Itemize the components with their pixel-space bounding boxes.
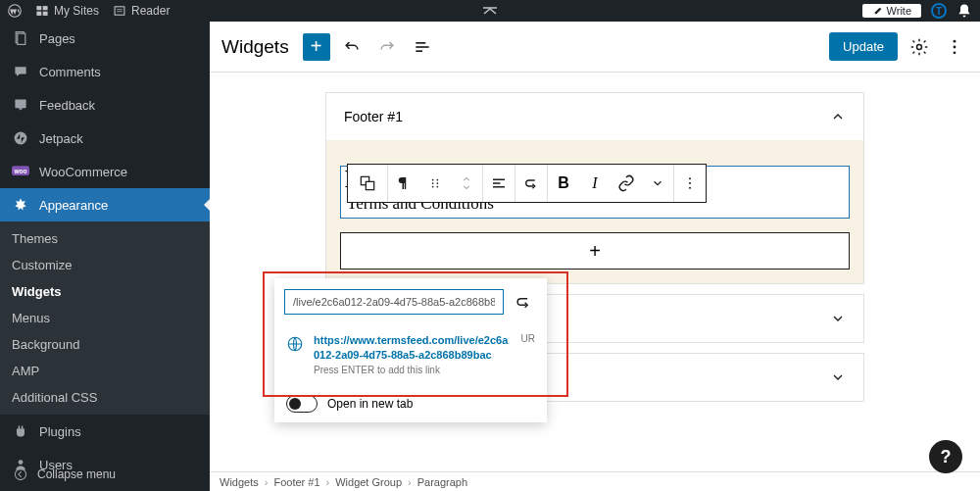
comments-icon — [12, 63, 29, 80]
write-button[interactable]: Write — [862, 4, 921, 18]
append-block-button[interactable]: + — [340, 232, 850, 270]
submenu-customize[interactable]: Customize — [0, 252, 210, 278]
new-tab-toggle[interactable] — [286, 395, 318, 413]
svg-rect-23 — [416, 42, 425, 44]
woocommerce-icon: woo — [12, 163, 29, 180]
collapse-icon — [12, 466, 29, 483]
more-options-button[interactable] — [941, 33, 968, 61]
menu-jetpack[interactable]: Jetpack — [0, 122, 210, 155]
block-toolbar: B I — [347, 164, 707, 203]
menu-label: Jetpack — [39, 131, 83, 146]
collapse-menu[interactable]: Collapse menu — [0, 458, 210, 491]
svg-rect-11 — [15, 99, 25, 108]
chevron-up-icon — [830, 109, 846, 124]
adminbar-center-icon[interactable] — [482, 6, 498, 16]
svg-point-37 — [436, 186, 438, 188]
settings-button[interactable] — [906, 33, 933, 61]
editor-title: Widgets — [221, 36, 289, 58]
submenu-amp[interactable]: AMP — [0, 358, 210, 384]
undo-button[interactable] — [338, 33, 366, 61]
svg-point-32 — [432, 179, 434, 181]
submenu-themes[interactable]: Themes — [0, 225, 210, 252]
menu-label: Plugins — [39, 424, 81, 439]
menu-label: Appearance — [39, 198, 108, 213]
widget-area-title: Footer #1 — [344, 109, 403, 124]
menu-label: Pages — [39, 31, 75, 46]
link-button[interactable] — [611, 165, 642, 202]
crumb-paragraph[interactable]: Paragraph — [417, 476, 467, 488]
svg-point-27 — [954, 39, 956, 42]
align-button[interactable] — [483, 165, 514, 202]
reader-link[interactable]: Reader — [113, 4, 170, 18]
svg-point-35 — [436, 179, 438, 181]
link-url-input[interactable] — [284, 289, 504, 315]
svg-rect-39 — [493, 182, 501, 184]
new-tab-label: Open in new tab — [327, 397, 413, 411]
crumb-widgets[interactable]: Widgets — [220, 476, 259, 488]
widget-area-footer1: Footer #1 Legal — [325, 92, 864, 284]
svg-rect-1 — [36, 6, 41, 10]
svg-point-41 — [689, 177, 691, 179]
submenu-addcss[interactable]: Additional CSS — [0, 384, 210, 411]
menu-pages[interactable]: Pages — [0, 22, 210, 55]
svg-point-22 — [15, 468, 25, 479]
write-label: Write — [887, 5, 911, 17]
more-formatting-button[interactable] — [642, 165, 673, 202]
url-badge: UR — [521, 333, 535, 344]
svg-rect-10 — [18, 33, 25, 44]
bold-button[interactable]: B — [548, 165, 579, 202]
link-suggestion[interactable]: https://www.termsfeed.com/live/e2c6a012-… — [274, 325, 547, 385]
user-avatar[interactable]: T — [931, 3, 947, 19]
widget-area-header[interactable]: Footer #1 — [326, 93, 863, 140]
my-sites-link[interactable]: My Sites — [35, 4, 99, 18]
help-button[interactable]: ? — [929, 440, 962, 473]
redo-button[interactable] — [373, 33, 401, 61]
submenu-menus[interactable]: Menus — [0, 305, 210, 331]
list-view-button[interactable] — [409, 33, 436, 61]
reader-label: Reader — [131, 4, 170, 18]
menu-comments[interactable]: Comments — [0, 55, 210, 88]
submenu-widgets[interactable]: Widgets — [0, 278, 210, 305]
svg-point-43 — [689, 187, 691, 189]
submenu-background[interactable]: Background — [0, 331, 210, 358]
crumb-footer[interactable]: Footer #1 — [273, 476, 319, 488]
menu-appearance[interactable]: Appearance — [0, 188, 210, 221]
svg-text:woo: woo — [13, 168, 26, 174]
open-new-tab-row: Open in new tab — [274, 385, 547, 422]
svg-point-33 — [432, 182, 434, 184]
link-submit-button[interactable] — [510, 288, 537, 316]
block-type-button[interactable] — [348, 165, 387, 202]
svg-point-12 — [15, 132, 27, 145]
wp-logo[interactable] — [8, 4, 22, 18]
crumb-group[interactable]: Widget Group — [335, 476, 402, 488]
svg-rect-2 — [43, 6, 48, 10]
widget-group-block[interactable]: Legal — [340, 166, 850, 219]
notifications-icon[interactable] — [956, 3, 972, 19]
pages-icon — [12, 29, 29, 47]
svg-rect-31 — [366, 181, 373, 189]
editor-header: Widgets + Update — [210, 22, 980, 73]
menu-plugins[interactable]: Plugins — [0, 415, 210, 448]
chevron-down-icon — [830, 311, 846, 326]
admin-bar: My Sites Reader Write T — [0, 0, 980, 22]
menu-woocommerce[interactable]: woo WooCommerce — [0, 155, 210, 188]
appearance-submenu: Themes Customize Widgets Menus Backgroun… — [0, 221, 210, 415]
collapse-label: Collapse menu — [37, 467, 116, 481]
menu-feedback[interactable]: Feedback — [0, 88, 210, 122]
appearance-icon — [12, 196, 29, 214]
svg-point-26 — [917, 44, 922, 49]
update-button[interactable]: Update — [829, 32, 898, 61]
plugins-icon — [12, 422, 29, 440]
add-block-button[interactable]: + — [303, 33, 330, 61]
svg-rect-5 — [115, 7, 124, 15]
svg-point-28 — [954, 45, 956, 48]
drag-handle[interactable] — [419, 165, 451, 202]
svg-rect-24 — [416, 46, 428, 48]
direction-button[interactable] — [515, 165, 547, 202]
block-more-button[interactable] — [674, 165, 706, 202]
paragraph-icon-button[interactable] — [388, 165, 419, 202]
italic-button[interactable]: I — [579, 165, 611, 202]
move-arrows-button[interactable] — [451, 165, 482, 202]
suggestion-hint: Press ENTER to add this link — [314, 365, 512, 375]
block-breadcrumb: Widgets › Footer #1 › Widget Group › Par… — [210, 471, 980, 491]
